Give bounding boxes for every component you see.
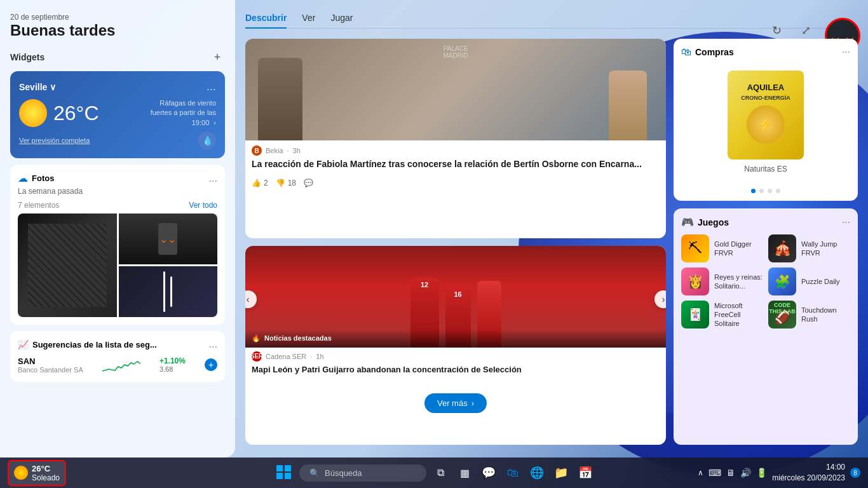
store-icon: 🛍	[507, 466, 519, 480]
game-thumb-wally: 🎪	[768, 234, 796, 262]
weather-widget: Seville ∨ ... 26°C Ráfagas de vientofuer…	[10, 71, 225, 158]
stocks-widget: 📈 Sugerencias de la lista de seg... ... …	[10, 331, 225, 382]
weather-city[interactable]: Seville ∨	[19, 82, 56, 92]
teams-button[interactable]: 💬	[478, 463, 499, 483]
source-avatar-bekia: B	[252, 146, 262, 156]
photos-subtitle: La semana pasada	[18, 187, 217, 196]
photos-grid: ⌄⌄	[18, 214, 217, 317]
weather-forecast-link[interactable]: Ver previsión completa	[19, 137, 90, 144]
plus-icon: +	[214, 51, 221, 64]
game-item-gold-digger[interactable]: ⛏ Gold Digger FRVR	[681, 234, 763, 262]
weather-more-button[interactable]: ...	[207, 80, 216, 93]
news-card-fabiola: PALACEMADRID B Bekia · 3h La reacción de…	[245, 39, 666, 238]
task-view-button[interactable]: ⧉	[430, 463, 451, 483]
widgets-icon: ▦	[460, 467, 470, 479]
taskbar-clock[interactable]: 14:00 miércoles 20/09/2023	[772, 462, 845, 484]
stock-row: SAN Banco Santander SA +1.10% 3.68 +	[18, 355, 217, 374]
store-button[interactable]: 🛍	[503, 463, 523, 483]
juegos-title-row: 🎮 Juegos	[681, 216, 729, 228]
system-tray[interactable]: ∧	[698, 468, 703, 477]
photos-more-button[interactable]: ...	[209, 173, 217, 184]
tab-descubrir[interactable]: Descubrir	[245, 13, 287, 28]
juegos-header: 🎮 Juegos ···	[681, 216, 850, 228]
explorer-button[interactable]: 📁	[551, 463, 571, 483]
humidity-widget: 💧	[198, 132, 216, 149]
stock-change: +1.10%	[159, 356, 186, 365]
feed-tabs: Descubrir Ver Jugar	[245, 13, 858, 29]
windows-logo	[276, 465, 292, 480]
feed-columns: PALACEMADRID B Bekia · 3h La reacción de…	[245, 39, 858, 445]
news-actions-1: 👍 2 👎 18 💬	[245, 176, 666, 193]
juegos-more-button[interactable]: ···	[842, 217, 850, 228]
comment-button[interactable]: 💬	[304, 179, 313, 187]
ver-mas-button[interactable]: Ver más ›	[424, 393, 487, 413]
taskbar-weather-icon	[14, 466, 28, 480]
taskbar-weather-widget[interactable]: 26°C Soleado	[8, 460, 66, 486]
edge-icon: 🌐	[530, 466, 544, 480]
battery-icon: 🔋	[756, 468, 767, 478]
next-arrow[interactable]: ›	[654, 290, 666, 308]
like-button[interactable]: 👍 2	[252, 179, 268, 187]
game-item-wally[interactable]: 🎪 Wally Jump FRVR	[768, 234, 850, 262]
compras-more-button[interactable]: ···	[842, 46, 850, 58]
tab-jugar[interactable]: Jugar	[330, 13, 353, 28]
weather-card-header: Seville ∨ ...	[19, 80, 216, 93]
news-image-fabiola: PALACEMADRID	[245, 39, 666, 140]
teams-icon: 💬	[482, 466, 496, 480]
taskbar: 26°C Soleado 🔍 Búsqueda ⧉ ▦	[0, 458, 868, 488]
juegos-widget: 🎮 Juegos ··· ⛏ Gold Digger FRVR	[674, 208, 858, 445]
edge-button[interactable]: 🌐	[527, 463, 547, 483]
dislike-button[interactable]: 👎 18	[276, 179, 296, 187]
sports-news-image: 12 16 🔥 Noticias destacadas	[245, 246, 666, 348]
news-source-1: B Bekia · 3h	[245, 140, 666, 157]
add-stock-button[interactable]: +	[205, 358, 217, 371]
taskbar-search[interactable]: 🔍 Búsqueda	[299, 464, 426, 482]
cloud-icon: ☁	[18, 172, 28, 184]
temperature: 26°C	[53, 102, 99, 125]
calendar-button[interactable]: 📅	[575, 463, 595, 483]
album-title: La semana pasada	[18, 187, 83, 196]
game-name-6: Touchdown Rush	[801, 306, 850, 324]
photo-cell-3	[119, 266, 218, 317]
arrow-right-icon: ›	[471, 398, 474, 408]
see-all-link[interactable]: Ver todo	[189, 201, 217, 210]
photos-title: Fotos	[32, 173, 54, 183]
monitor-icon: 🖥	[726, 468, 735, 478]
product-image: AQUILEA CRONO-ENERGÍA ⚡	[728, 71, 804, 159]
sun-icon	[19, 99, 47, 127]
search-icon: 🔍	[309, 468, 320, 478]
game-item-freecell[interactable]: 🃏 Microsoft FreeCell Solitaire	[681, 301, 763, 329]
fire-icon: 🔥	[252, 334, 261, 342]
add-widget-button[interactable]: +	[210, 50, 225, 65]
widgets-button[interactable]: ▦	[454, 463, 475, 483]
calendar-icon: 📅	[578, 466, 592, 480]
stock-chart	[102, 355, 140, 374]
task-view-icon: ⧉	[437, 467, 444, 478]
up-arrow-icon: ∧	[698, 468, 703, 477]
thumbs-down-icon: 👎	[276, 179, 285, 187]
sports-news-source: SER Cadena SER · 1h	[245, 348, 666, 363]
game-item-touchdown[interactable]: CODE THIS LAB 🏈 Touchdown Rush	[768, 301, 850, 329]
game-thumb-puzzle: 🧩	[768, 268, 796, 295]
news-card-sports: 12 16 🔥 Noticias destacadas	[245, 246, 666, 445]
stocks-title-row: 📈 Sugerencias de la lista de seg...	[18, 339, 157, 349]
thumbs-up-icon: 👍	[252, 179, 261, 187]
game-item-reyes[interactable]: 👸 Reyes y reinas: Solitario...	[681, 268, 763, 295]
games-icon: 🎮	[681, 216, 694, 228]
games-grid: ⛏ Gold Digger FRVR 🎪 Wally Jump FRVR	[681, 234, 850, 329]
photos-widget: ☁ Fotos ... La semana pasada 7 elementos…	[10, 165, 225, 325]
stock-info: SAN Banco Santander SA	[18, 356, 83, 374]
start-button[interactable]	[273, 461, 295, 484]
tab-ver[interactable]: Ver	[302, 13, 315, 28]
compras-widget: 🛍 Compras ··· AQUILEA CRONO-ENERGÍA ⚡	[674, 39, 858, 201]
photos-count: 7 elementos	[18, 201, 59, 210]
stocks-more-button[interactable]: ...	[209, 339, 217, 350]
sports-news-title: Mapi León y Patri Guijarro abandonan la …	[245, 363, 666, 381]
comment-icon: 💬	[304, 179, 313, 187]
compras-title: Compras	[695, 47, 734, 57]
notification-badge[interactable]: 8	[850, 468, 860, 478]
compras-product[interactable]: AQUILEA CRONO-ENERGÍA ⚡ Naturitas ES	[681, 64, 850, 184]
game-thumb-touchdown: CODE THIS LAB 🏈	[768, 301, 796, 329]
game-name-5: Microsoft FreeCell Solitaire	[714, 301, 763, 329]
game-item-puzzle[interactable]: 🧩 Puzzle Daily	[768, 268, 850, 295]
